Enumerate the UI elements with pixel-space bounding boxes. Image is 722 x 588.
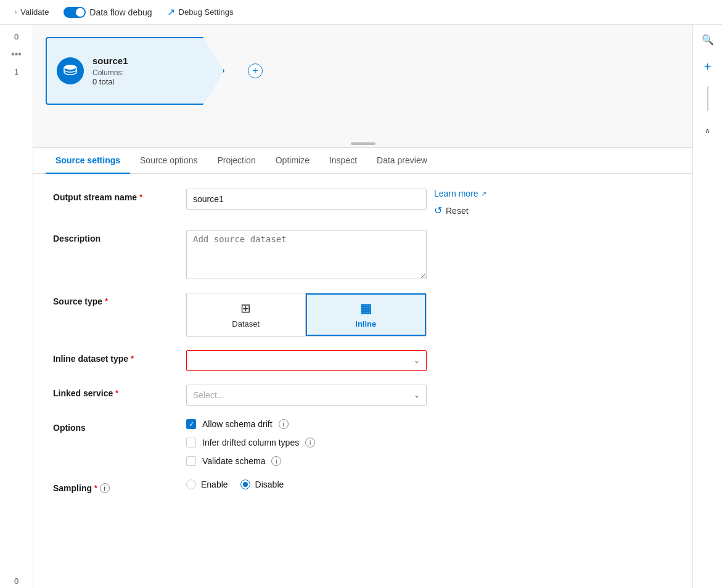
tab-inspect[interactable]: Inspect	[319, 148, 367, 174]
sidebar-num-0: 0	[8, 30, 25, 44]
reset-icon: ↺	[434, 205, 442, 216]
reset-link[interactable]: ↺ Reset	[434, 205, 486, 216]
allow-schema-drift-row: Allow schema drift i	[186, 419, 315, 429]
sampling-info-icon[interactable]: i	[100, 483, 110, 493]
output-stream-input[interactable]	[186, 189, 427, 210]
source-type-control-wrap: ⊞ Dataset ▦ Inline	[186, 293, 673, 337]
inline-type-button[interactable]: ▦ Inline	[306, 293, 427, 336]
node-icon	[57, 57, 84, 84]
inline-dataset-required-star: *	[131, 354, 134, 363]
left-sidebar: 0 ••• 1 0	[0, 25, 33, 588]
inline-label: Inline	[355, 319, 376, 329]
learn-more-link[interactable]: Learn more ↗	[434, 189, 486, 198]
allow-schema-drift-info-icon[interactable]: i	[279, 419, 289, 429]
sampling-label: Sampling * i	[53, 480, 176, 493]
infer-drifted-label: Infer drifted column types	[202, 438, 299, 447]
top-bar: › Validate Data flow debug ↗ Debug Setti…	[0, 0, 722, 25]
sampling-radio-group: Enable Disable	[186, 480, 284, 489]
description-row: Description	[53, 230, 673, 279]
output-stream-control-wrap: Learn more ↗ ↺ Reset	[186, 189, 673, 216]
search-button[interactable]: 🔍	[698, 30, 718, 49]
right-divider	[707, 86, 708, 111]
action-links: Learn more ↗ ↺ Reset	[434, 189, 486, 216]
validate-button[interactable]: › Validate	[10, 5, 54, 19]
sampling-enable-label: Enable	[201, 480, 228, 489]
sidebar-num-1: 1	[8, 65, 25, 79]
description-control-wrap	[186, 230, 673, 279]
dataflow-debug-toggle-wrap: Data flow debug	[64, 7, 152, 18]
inline-dataset-type-row: Inline dataset type * ⌄	[53, 350, 673, 371]
node-info: source1 Columns: 0 total	[92, 55, 128, 86]
description-textarea[interactable]	[186, 230, 427, 279]
panel-area: Source settings Source options Projectio…	[33, 148, 692, 588]
tab-projection[interactable]: Projection	[207, 148, 265, 174]
sidebar-dots[interactable]: •••	[11, 49, 22, 60]
sampling-disable-radio[interactable]	[240, 480, 250, 489]
source-type-required-star: *	[105, 297, 108, 306]
linked-service-required-star: *	[115, 389, 118, 398]
right-sidebar: 🔍 + ∧	[692, 25, 722, 588]
inline-dataset-type-control-wrap: ⌄	[186, 350, 673, 371]
debug-settings-button[interactable]: ↗ Debug Settings	[162, 4, 239, 20]
output-stream-row: Output stream name * Learn more ↗ ↺	[53, 189, 673, 216]
source-type-buttons: ⊞ Dataset ▦ Inline	[186, 293, 427, 337]
output-stream-required-star: *	[139, 193, 142, 202]
sampling-enable-radio[interactable]	[186, 480, 196, 489]
validate-schema-row: Validate schema i	[186, 456, 315, 466]
tab-source-options[interactable]: Source options	[130, 148, 207, 174]
content-area: source1 Columns: 0 total + Source settin…	[33, 25, 692, 588]
node-title: source1	[92, 55, 128, 66]
checkbox-group: Allow schema drift i Infer drifted colum…	[186, 419, 315, 466]
debug-settings-label: Debug Settings	[179, 7, 234, 17]
inline-dataset-type-label: Inline dataset type *	[53, 350, 176, 364]
infer-drifted-info-icon[interactable]: i	[305, 438, 315, 447]
inline-icon: ▦	[360, 301, 372, 316]
sampling-disable-label: Disable	[255, 480, 284, 489]
inline-dataset-type-dropdown[interactable]: ⌄	[186, 350, 427, 371]
tab-optimize[interactable]: Optimize	[266, 148, 319, 174]
node-card[interactable]: source1 Columns: 0 total	[46, 37, 224, 105]
inline-dataset-dropdown-arrow-icon: ⌄	[414, 356, 420, 365]
validate-schema-checkbox[interactable]	[186, 456, 196, 466]
database-icon	[63, 63, 78, 78]
tabs-row: Source settings Source options Projectio…	[33, 148, 692, 174]
node-columns-count: 0 total	[92, 77, 128, 86]
linked-service-row: Linked service * Select... ⌄	[53, 385, 673, 406]
tab-data-preview[interactable]: Data preview	[367, 148, 437, 174]
source-type-row: Source type * ⊞ Dataset ▦ Inline	[53, 293, 673, 337]
linked-service-dropdown[interactable]: Select... ⌄	[186, 385, 427, 406]
description-label: Description	[53, 230, 176, 243]
sampling-row: Sampling * i Enable Disable	[53, 480, 673, 493]
chevron-up-icon: ∧	[705, 126, 710, 135]
sampling-disable-row[interactable]: Disable	[240, 480, 284, 489]
dataflow-debug-label: Data flow debug	[89, 7, 152, 17]
validate-schema-label: Validate schema	[202, 456, 265, 466]
add-icon: +	[704, 60, 712, 74]
collapse-bar[interactable]	[351, 142, 375, 145]
collapse-button[interactable]: ∧	[698, 121, 718, 141]
allow-schema-drift-checkbox[interactable]	[186, 419, 196, 429]
search-icon: 🔍	[702, 34, 714, 46]
linked-service-label: Linked service *	[53, 385, 176, 398]
validate-label: Validate	[20, 7, 49, 17]
add-button[interactable]: +	[698, 57, 718, 76]
dataflow-debug-toggle[interactable]	[64, 7, 86, 18]
options-label: Options	[53, 419, 176, 433]
validate-schema-info-icon[interactable]: i	[271, 456, 281, 466]
tab-source-settings[interactable]: Source settings	[46, 148, 130, 174]
svg-point-0	[64, 65, 76, 70]
node-plus-button[interactable]: +	[248, 63, 263, 78]
sampling-enable-row[interactable]: Enable	[186, 480, 228, 489]
allow-schema-drift-label: Allow schema drift	[202, 419, 273, 429]
sampling-control-wrap: Enable Disable	[186, 480, 673, 489]
validate-chevron-icon: ›	[15, 9, 17, 15]
options-row: Options Allow schema drift i	[53, 419, 673, 466]
infer-drifted-checkbox[interactable]	[186, 438, 196, 447]
options-control-wrap: Allow schema drift i Infer drifted colum…	[186, 419, 673, 466]
debug-settings-icon: ↗	[167, 6, 175, 18]
source-type-label: Source type *	[53, 293, 176, 306]
dataset-label: Dataset	[232, 319, 260, 329]
form-area: Output stream name * Learn more ↗ ↺	[33, 174, 692, 588]
dataset-type-button[interactable]: ⊞ Dataset	[187, 293, 306, 336]
canvas-area: source1 Columns: 0 total +	[33, 25, 692, 148]
